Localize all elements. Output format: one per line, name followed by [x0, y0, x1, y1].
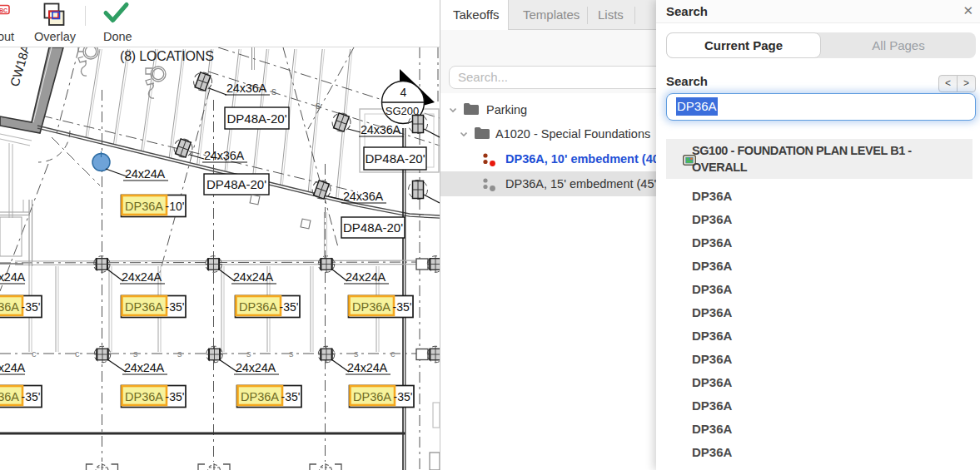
svg-text:c: c: [75, 349, 80, 359]
svg-text:24x24A: 24x24A: [122, 270, 162, 284]
svg-text:DP36A: DP36A: [241, 390, 279, 403]
svg-text:DP48A-20': DP48A-20': [365, 151, 425, 166]
svg-text:DP36A: DP36A: [0, 390, 19, 403]
svg-text:24x24A: 24x24A: [0, 361, 26, 374]
svg-text:(8) LOCATIONS: (8) LOCATIONS: [120, 49, 214, 63]
svg-text:24x24A: 24x24A: [125, 167, 166, 181]
svg-text:24x36A: 24x36A: [343, 190, 384, 203]
svg-text:s: s: [271, 86, 276, 97]
svg-text:BC: BC: [0, 7, 7, 13]
svg-text:DP48A-20': DP48A-20': [206, 177, 266, 191]
svg-text:DP36A: DP36A: [0, 300, 19, 314]
svg-text:24x24A: 24x24A: [236, 361, 276, 374]
svg-text:s: s: [177, 349, 182, 359]
svg-text:24x24A: 24x24A: [124, 361, 165, 374]
svg-text:DP36A: DP36A: [352, 300, 391, 314]
svg-text:-10': -10': [166, 200, 185, 213]
svg-text:DP36A: DP36A: [125, 300, 163, 314]
svg-text:DP36A: DP36A: [125, 390, 163, 403]
svg-text:CW18A: CW18A: [7, 47, 33, 88]
svg-text:s: s: [316, 100, 321, 111]
svg-text:DP36A: DP36A: [125, 200, 163, 213]
svg-text:-35': -35': [166, 300, 185, 314]
svg-text:DP36A: DP36A: [239, 300, 277, 314]
svg-text:s: s: [289, 349, 294, 359]
svg-text:s: s: [354, 349, 359, 359]
svg-text:DP36A: DP36A: [353, 390, 391, 403]
svg-text:-35': -35': [393, 300, 412, 314]
svg-text:s: s: [246, 349, 251, 359]
svg-text:24x36A: 24x36A: [361, 123, 401, 136]
svg-text:DP48A-20': DP48A-20': [226, 111, 286, 126]
svg-text:c: c: [391, 349, 395, 359]
svg-text:DP48A-20': DP48A-20': [343, 220, 403, 235]
svg-text:-35': -35': [22, 300, 41, 314]
svg-text:-35': -35': [280, 300, 299, 314]
svg-text:-35': -35': [166, 390, 185, 403]
svg-text:-35': -35': [281, 390, 301, 403]
svg-text:24x36A: 24x36A: [204, 149, 245, 162]
svg-text:24x24A: 24x24A: [346, 270, 386, 284]
svg-text:24x24A: 24x24A: [0, 270, 26, 284]
svg-text:s: s: [133, 349, 138, 359]
svg-text:-35': -35': [394, 390, 413, 403]
svg-text:c: c: [32, 349, 37, 359]
svg-text:-35': -35': [22, 390, 41, 403]
svg-text:4: 4: [400, 86, 407, 99]
svg-text:24x24A: 24x24A: [347, 361, 388, 374]
svg-text:24x36A: 24x36A: [226, 82, 267, 95]
svg-text:24x24A: 24x24A: [233, 270, 274, 284]
